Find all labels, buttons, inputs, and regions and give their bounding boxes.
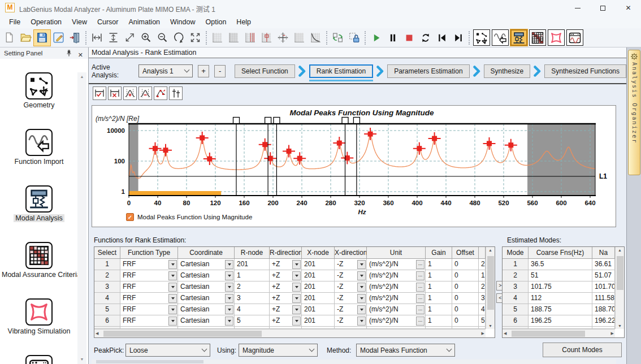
menu-window[interactable]: Window xyxy=(165,16,200,28)
cell-x_direction[interactable]: -Z xyxy=(335,304,367,315)
column-header-x_direction[interactable]: X-direction xyxy=(335,247,367,259)
dropdown-button[interactable] xyxy=(357,305,366,314)
menu-cursor[interactable]: Cursor xyxy=(92,16,124,28)
add-analysis-button[interactable]: + xyxy=(198,65,209,77)
cell-offset[interactable]: 0 xyxy=(452,293,479,304)
cell-mode[interactable]: 1 xyxy=(503,259,529,270)
column-header-coordinate[interactable]: Coordinate xyxy=(178,247,235,259)
dropdown-button[interactable] xyxy=(225,294,233,303)
cell-r_node[interactable]: 4 xyxy=(235,304,270,315)
column-header-r_node[interactable]: R-node xyxy=(235,247,270,259)
dropdown-button[interactable] xyxy=(168,260,177,269)
cell-coordinate[interactable]: Cartesian xyxy=(178,304,235,315)
menu-help[interactable]: Help xyxy=(231,16,256,28)
dropdown-button[interactable] xyxy=(357,271,366,280)
cell-gain[interactable]: 1 xyxy=(426,281,452,293)
dropdown-button[interactable] xyxy=(225,283,233,292)
cell-function_type[interactable]: FRF xyxy=(120,315,178,327)
cell-gain[interactable]: 1 xyxy=(426,259,452,270)
cell-coarse[interactable]: 36.5 xyxy=(529,259,592,270)
cell-na[interactable]: 36.61 xyxy=(592,259,615,270)
dropdown-button[interactable] xyxy=(292,260,301,269)
minimize-button[interactable] xyxy=(565,0,590,16)
cell-x_direction[interactable]: -Z xyxy=(335,259,367,270)
sidebar-item-function-import[interactable]: Function Import xyxy=(0,129,78,166)
cell-coarse[interactable]: 112 xyxy=(529,293,592,304)
stop-button[interactable] xyxy=(401,30,417,46)
dropdown-button[interactable] xyxy=(292,283,301,292)
column-header-na[interactable]: Na xyxy=(592,247,615,259)
geometry-button[interactable] xyxy=(473,29,490,46)
workflow-rank-estimation[interactable]: Rank Estimation xyxy=(309,64,373,78)
column-header-select[interactable]: Select xyxy=(94,247,120,259)
column-header-function_type[interactable]: Function Type xyxy=(120,247,178,259)
synth-functions-button[interactable] xyxy=(566,29,583,46)
analysis-select[interactable]: Analysis 1 xyxy=(138,64,193,77)
scroll-down-icon[interactable]: ▼ xyxy=(486,324,495,328)
cell-function_type[interactable]: FRF xyxy=(120,304,178,315)
column-header-offset[interactable]: Offset xyxy=(452,247,479,259)
sidebar-item-modal-assurance-criteria[interactable]: Modal Assurance Criteria xyxy=(0,242,78,279)
graph-grid-curve-button[interactable] xyxy=(307,30,324,46)
cell-function_type[interactable]: FRF xyxy=(120,270,178,281)
dropdown-button[interactable] xyxy=(357,294,366,303)
cell-select[interactable]: 3 xyxy=(94,281,120,293)
column-header-r_direction[interactable]: R-direction xyxy=(270,247,302,259)
cell-x_node[interactable]: 201 xyxy=(302,293,335,304)
cell-x_direction[interactable]: -Z xyxy=(335,281,367,293)
cell-r_node[interactable]: 5 xyxy=(235,315,270,327)
cell-gain[interactable]: 1 xyxy=(426,315,452,327)
dropdown-button[interactable] xyxy=(292,305,301,314)
cell-na[interactable]: 188.70 xyxy=(592,304,615,315)
cell-coordinate[interactable]: Cartesian xyxy=(178,259,235,270)
cell-select[interactable]: 4 xyxy=(94,293,120,304)
pin-icon[interactable] xyxy=(66,50,72,57)
fit-height-button[interactable] xyxy=(105,30,122,46)
lock-layout-button[interactable] xyxy=(346,30,362,46)
mac-button[interactable] xyxy=(529,29,546,46)
cell-r_node[interactable]: 201 xyxy=(235,259,270,270)
cell-extra[interactable]: 2 xyxy=(479,281,486,293)
column-header-gain[interactable]: Gain xyxy=(426,247,452,259)
cell-x_node[interactable]: 201 xyxy=(302,315,335,327)
step-back-button[interactable] xyxy=(434,30,450,46)
graph-grid-button[interactable] xyxy=(209,30,226,46)
cell-extra[interactable]: 2 xyxy=(479,259,486,270)
cell-na[interactable]: 51.07 xyxy=(592,270,615,281)
dropdown-button[interactable] xyxy=(357,317,366,326)
cell-mode[interactable]: 4 xyxy=(503,293,529,304)
cell-x_direction[interactable]: -Z xyxy=(335,270,367,281)
cell-coordinate[interactable]: Cartesian xyxy=(178,315,235,327)
axes-cross-button[interactable] xyxy=(275,30,291,46)
fit-width-button[interactable] xyxy=(89,30,105,46)
dropdown-button[interactable] xyxy=(225,260,233,269)
sidebar-item-modal-analysis[interactable]: Modal Analysis xyxy=(0,185,78,222)
band-accept-button[interactable] xyxy=(93,86,106,100)
cell-r_direction[interactable]: +Z xyxy=(270,315,302,327)
ellipsis-button[interactable]: ... xyxy=(416,294,425,303)
scroll-right-icon[interactable]: ▶ xyxy=(611,330,614,337)
cell-r_node[interactable]: 2 xyxy=(235,281,270,293)
cell-select[interactable]: 1 xyxy=(94,259,120,270)
scroll-up-icon[interactable]: ▲ xyxy=(77,73,86,81)
dropdown-button[interactable] xyxy=(168,317,177,326)
scroll-up-icon[interactable]: ▲ xyxy=(486,248,495,252)
cell-x_direction[interactable]: -Z xyxy=(335,315,367,327)
modal-analysis-button[interactable] xyxy=(510,29,527,46)
dropdown-button[interactable] xyxy=(357,260,366,269)
cell-r_direction[interactable]: +Z xyxy=(270,304,302,315)
workflow-parameters-estimation[interactable]: Parameters Estimation xyxy=(387,64,469,78)
menu-animation[interactable]: Animation xyxy=(123,16,165,28)
cell-offset[interactable]: 0 xyxy=(452,270,479,281)
edit-project-button[interactable] xyxy=(50,30,67,46)
cell-na[interactable]: 101.70 xyxy=(592,281,615,293)
cell-r_node[interactable]: 1 xyxy=(235,270,270,281)
cell-coordinate[interactable]: Cartesian xyxy=(178,270,235,281)
method-select[interactable]: Modal Peaks Function xyxy=(356,344,455,357)
cell-select[interactable]: 5 xyxy=(94,304,120,315)
ellipsis-button[interactable]: ... xyxy=(416,283,425,292)
cell-coarse[interactable]: 51 xyxy=(529,270,592,281)
cell-unit[interactable]: (m/s^2)/N... xyxy=(367,304,426,315)
ellipsis-button[interactable]: ... xyxy=(416,305,425,314)
cell-coordinate[interactable]: Cartesian xyxy=(178,281,235,293)
